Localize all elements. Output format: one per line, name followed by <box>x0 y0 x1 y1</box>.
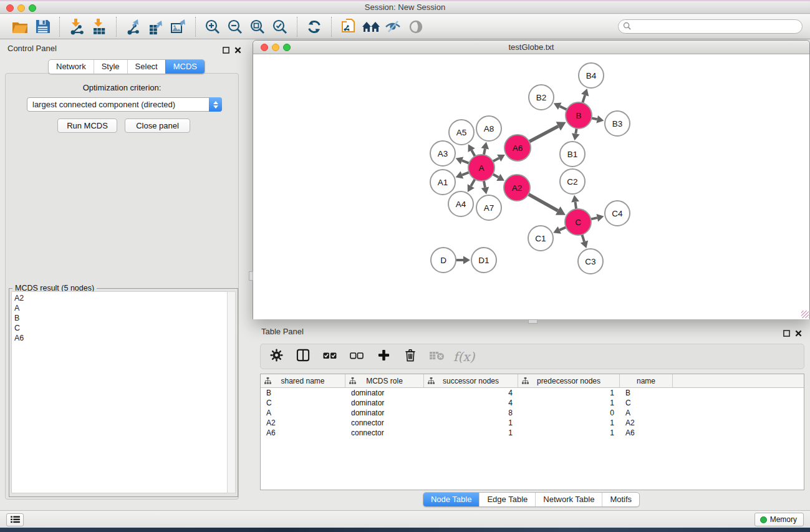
graph-node-C3[interactable]: C3 <box>578 249 603 274</box>
export-table-button[interactable] <box>145 17 167 37</box>
table-row[interactable]: Cdominator41C <box>261 398 804 408</box>
task-history-button[interactable] <box>6 513 24 526</box>
home-button[interactable] <box>360 17 382 37</box>
hide-panel-button[interactable] <box>382 17 405 37</box>
cell-successor-nodes[interactable]: 4 <box>424 399 518 407</box>
cell-predecessor-nodes[interactable]: 1 <box>518 418 620 427</box>
splitter-handle-horizontal[interactable] <box>528 319 538 324</box>
cell-predecessor-nodes[interactable]: 1 <box>518 399 620 407</box>
export-network-button[interactable] <box>122 17 145 37</box>
import-network-button[interactable] <box>65 17 88 37</box>
graph-node-A6[interactable]: A6 <box>504 135 531 161</box>
column-header-shared-name[interactable]: shared name <box>261 374 345 387</box>
close-panel-icon[interactable] <box>795 328 802 339</box>
splitter-handle-vertical[interactable] <box>249 271 253 281</box>
table-row[interactable]: A2connector11A2 <box>261 418 804 428</box>
network-minimize-button[interactable] <box>272 44 279 51</box>
close-panel-icon[interactable] <box>234 45 241 56</box>
close-window-button[interactable] <box>6 4 14 12</box>
window-resize-grip[interactable] <box>801 311 809 318</box>
add-row-button[interactable] <box>375 349 392 365</box>
graph-node-B4[interactable]: B4 <box>579 63 604 88</box>
tab-network-table[interactable]: Network Table <box>535 493 602 506</box>
cell-name[interactable]: A2 <box>620 418 673 427</box>
graph-node-C2[interactable]: C2 <box>560 169 585 194</box>
search-field[interactable] <box>618 19 803 34</box>
float-panel-icon[interactable] <box>783 328 790 339</box>
tab-motifs[interactable]: Motifs <box>602 493 639 506</box>
graph-node-A2[interactable]: A2 <box>504 175 530 201</box>
edge-B-B2[interactable] <box>560 106 567 110</box>
criterion-dropdown[interactable]: largest connected component (directed) <box>27 97 222 112</box>
graph-node-D[interactable]: D <box>431 248 456 273</box>
tab-mcds[interactable]: MCDS <box>165 60 205 74</box>
cell-shared-name[interactable]: A2 <box>261 418 345 427</box>
cell-successor-nodes[interactable]: 1 <box>424 428 518 437</box>
clone-network-button[interactable] <box>337 17 360 37</box>
graph-node-A8[interactable]: A8 <box>476 116 501 141</box>
zoom-selected-button[interactable] <box>269 17 291 37</box>
cell-name[interactable]: A6 <box>620 428 673 437</box>
cell-MCDS-role[interactable]: dominator <box>345 409 424 417</box>
minimize-window-button[interactable] <box>17 4 25 12</box>
graph-node-C[interactable]: C <box>565 209 591 235</box>
zoom-window-button[interactable] <box>29 4 36 12</box>
cell-predecessor-nodes[interactable]: 1 <box>518 389 620 397</box>
network-graph[interactable]: B4B2BB3A8A5A6A3B1AC2A1A2A4A7C4CC1DD1C3 <box>253 54 809 319</box>
graph-node-C4[interactable]: C4 <box>605 201 630 226</box>
zoom-out-button[interactable] <box>224 17 246 37</box>
delete-table-button[interactable] <box>429 349 445 365</box>
deselect-all-button[interactable] <box>349 349 365 365</box>
mcds-result-item[interactable]: A2 <box>14 293 228 303</box>
edge-A6-B[interactable] <box>529 126 559 142</box>
cell-name[interactable]: C <box>620 399 673 407</box>
edge-A-A4[interactable] <box>471 178 475 186</box>
close-panel-button[interactable]: Close panel <box>125 118 190 133</box>
graph-node-A5[interactable]: A5 <box>449 120 474 145</box>
edge-B-B4[interactable] <box>582 95 585 103</box>
graph-node-B1[interactable]: B1 <box>560 142 585 167</box>
zoom-in-button[interactable] <box>201 17 224 37</box>
cell-predecessor-nodes[interactable]: 0 <box>518 409 620 417</box>
cell-shared-name[interactable]: B <box>261 389 345 397</box>
refresh-button[interactable] <box>303 17 325 37</box>
graph-node-C1[interactable]: C1 <box>528 226 553 251</box>
function-builder-button[interactable]: f(x) <box>453 349 475 364</box>
mcds-result-item[interactable]: C <box>14 323 228 333</box>
column-header-successor-nodes[interactable]: successor nodes <box>424 374 518 387</box>
mcds-result-item[interactable]: A <box>14 303 228 313</box>
tab-style[interactable]: Style <box>94 60 127 74</box>
mcds-result-list[interactable]: A2ABCA6 <box>11 291 228 493</box>
delete-rows-button[interactable] <box>402 349 418 365</box>
column-header-MCDS-role[interactable]: MCDS role <box>345 374 424 387</box>
open-session-button[interactable] <box>9 17 31 37</box>
edge-A2-C[interactable] <box>528 194 557 211</box>
cell-MCDS-role[interactable]: connector <box>345 428 424 437</box>
tab-select[interactable]: Select <box>127 60 165 74</box>
graph-node-A4[interactable]: A4 <box>448 191 473 216</box>
mcds-list-scrollbar[interactable] <box>227 291 236 493</box>
graph-node-A[interactable]: A <box>468 155 494 181</box>
cell-MCDS-role[interactable]: connector <box>345 418 424 427</box>
column-header-name[interactable]: name <box>620 374 673 387</box>
cell-name[interactable]: A <box>620 409 673 417</box>
float-panel-icon[interactable] <box>223 45 229 56</box>
zoom-fit-button[interactable] <box>246 17 269 37</box>
network-canvas[interactable]: B4B2BB3A8A5A6A3B1AC2A1A2A4A7C4CC1DD1C3 <box>253 54 809 319</box>
memory-button[interactable]: Memory <box>755 513 804 526</box>
cell-successor-nodes[interactable]: 1 <box>424 418 518 427</box>
cell-predecessor-nodes[interactable]: 1 <box>518 428 620 437</box>
graph-node-D1[interactable]: D1 <box>471 248 496 273</box>
network-close-button[interactable] <box>261 44 268 51</box>
graph-node-B3[interactable]: B3 <box>605 111 630 136</box>
cell-successor-nodes[interactable]: 4 <box>424 389 518 397</box>
cell-name[interactable]: B <box>620 389 673 397</box>
graph-node-A7[interactable]: A7 <box>476 195 501 220</box>
graph-node-A1[interactable]: A1 <box>430 170 455 195</box>
save-session-button[interactable] <box>31 17 54 37</box>
graph-node-B2[interactable]: B2 <box>529 85 554 110</box>
network-window-titlebar[interactable]: testGlobe.txt <box>253 41 809 54</box>
search-input[interactable] <box>634 22 789 31</box>
table-row[interactable]: Bdominator41B <box>261 388 804 398</box>
show-panel-button[interactable] <box>405 17 427 37</box>
